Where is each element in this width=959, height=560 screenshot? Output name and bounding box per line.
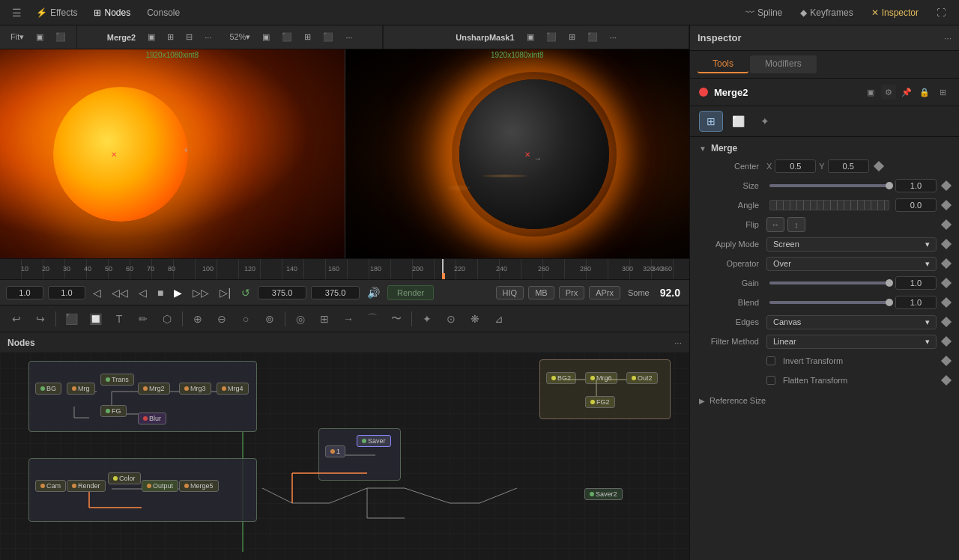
size-slider-thumb[interactable] (886, 182, 893, 189)
sound-button[interactable]: 🔊 (364, 285, 383, 300)
curve-tool[interactable]: ⌒ (362, 308, 383, 329)
playback-field1[interactable] (6, 286, 43, 299)
center-x-input[interactable] (775, 159, 816, 173)
redo-tool[interactable]: ↪ (30, 308, 51, 329)
nodes-more[interactable]: ··· (674, 338, 682, 348)
node-item-1e[interactable]: Mrg3 (179, 383, 211, 395)
play-button[interactable]: ▶ (171, 285, 185, 300)
icon-tab-settings[interactable]: ⬜ (726, 111, 750, 132)
warp-tool[interactable]: ◎ (290, 308, 311, 329)
polygon-tool[interactable]: ⬡ (157, 308, 178, 329)
viewer-left-icon9[interactable]: ⬛ (318, 31, 338, 43)
fast-fwd-button[interactable]: ▷▷ (190, 285, 212, 300)
nodes-canvas[interactable]: BG Mrg Trans Mrg2 (0, 353, 689, 560)
node-item-br3[interactable]: Out2 (626, 372, 658, 384)
crop-tool[interactable]: 🔲 (85, 308, 106, 329)
extra-tool[interactable]: ⊿ (488, 308, 509, 329)
node-item-br4[interactable]: FG2 (585, 396, 615, 408)
tab-modifiers[interactable]: Modifiers (750, 55, 817, 73)
node-item-2a[interactable]: Cam (35, 480, 66, 492)
circle-tool[interactable]: ○ (235, 308, 256, 329)
step-back-button[interactable]: ◁ (136, 285, 150, 300)
text-tool[interactable]: T (109, 308, 130, 329)
loop-button[interactable]: ↺ (238, 285, 253, 300)
angle-slider[interactable] (769, 200, 889, 210)
viewer-left-icon6[interactable]: ▣ (258, 31, 274, 43)
size-keyframe-diamond[interactable] (941, 180, 952, 191)
select-tool[interactable]: ⬛ (61, 308, 82, 329)
aprx-button[interactable]: APrx (589, 286, 620, 299)
edges-diamond[interactable] (941, 317, 952, 327)
node-extra-icon[interactable]: ⊞ (935, 85, 950, 100)
viewer-right-icon4[interactable]: ⬛ (583, 31, 602, 43)
viewer-left-icon8[interactable]: ⊞ (300, 31, 315, 43)
filter-method-diamond[interactable] (941, 336, 952, 347)
node-item-1b[interactable]: Mrg (67, 383, 95, 395)
node-item-cb[interactable]: Saver (357, 435, 391, 447)
node-item-1a[interactable]: BG (35, 383, 61, 395)
inspector-more[interactable]: ··· (944, 33, 952, 43)
arrow-tool[interactable]: → (338, 308, 359, 329)
fast-prev-button[interactable]: ◁◁ (109, 285, 131, 300)
blend-diamond[interactable] (941, 297, 952, 308)
apply-mode-dropdown[interactable]: Screen ▾ (766, 237, 937, 252)
undo-tool[interactable]: ↩ (6, 308, 27, 329)
node-item-br1[interactable]: BG2 (546, 372, 576, 384)
timeline-track[interactable]: 10 20 30 40 50 60 70 80 100 120 140 160 … (0, 259, 689, 279)
edges-dropdown[interactable]: Canvas ▾ (766, 315, 937, 329)
viewer-right-icon1[interactable]: ▣ (522, 31, 539, 43)
grid-tool[interactable]: ⊞ (314, 308, 335, 329)
wave-tool[interactable]: 〜 (386, 308, 407, 329)
current-frame-field[interactable] (258, 286, 306, 299)
inspector-button[interactable]: ✕ Inspector (864, 4, 926, 21)
end-button[interactable]: ▷| (217, 285, 234, 300)
blend-input[interactable] (895, 296, 937, 309)
center-y-input[interactable] (828, 159, 869, 173)
viewer-left-icon4[interactable]: ⊞ (163, 31, 178, 43)
end-frame-field[interactable] (311, 286, 360, 299)
spline-button[interactable]: 〰 Spline (738, 4, 790, 21)
viewer-left-icon5[interactable]: ⊟ (181, 31, 197, 43)
blend-slider-thumb[interactable] (886, 299, 893, 306)
filter-method-dropdown[interactable]: Linear ▾ (766, 335, 937, 349)
flip-v-button[interactable]: ↕ (787, 217, 805, 232)
gain-diamond[interactable] (941, 278, 952, 288)
node-tool[interactable]: ⊙ (441, 308, 462, 329)
apply-mode-diamond[interactable] (941, 239, 952, 249)
viewer-right-node-name[interactable]: UnsharpMask1 (451, 31, 518, 43)
node-item-2d[interactable]: Output (142, 480, 178, 492)
viewer-zoom[interactable]: 52%▾ (225, 31, 255, 43)
viewer-left-icon3[interactable]: ▣ (143, 31, 160, 43)
particle-tool[interactable]: ✦ (417, 308, 438, 329)
flip-keyframe-diamond[interactable] (941, 219, 952, 230)
prev-frame-button[interactable]: ◁ (90, 285, 104, 300)
blend-slider[interactable] (769, 301, 889, 304)
node-item-br2[interactable]: Mrg6 (585, 372, 617, 384)
menu-icon[interactable]: ☰ (6, 2, 27, 23)
node-item-1f[interactable]: Mrg4 (217, 383, 249, 395)
viewer-left-more[interactable]: ··· (200, 31, 216, 43)
hiq-button[interactable]: HIQ (496, 286, 524, 299)
node-settings-icon[interactable]: ⚙ (881, 85, 896, 100)
keyframes-button[interactable]: ◆ Keyframes (793, 4, 860, 21)
stop-button[interactable]: ■ (154, 285, 166, 300)
gain-slider-thumb[interactable] (886, 279, 893, 287)
viewer-right-more[interactable]: ··· (605, 31, 621, 43)
node-item-ca[interactable]: 1 (325, 445, 345, 457)
node-item-1d[interactable]: Mrg2 (138, 383, 170, 395)
icon-tab-star[interactable]: ✦ (753, 111, 777, 132)
add-tool[interactable]: ⊕ (187, 308, 208, 329)
cluster-tool[interactable]: ❋ (465, 308, 485, 329)
icon-tab-merge[interactable]: ⊞ (699, 111, 723, 132)
node-item-2b[interactable]: Render (67, 480, 106, 492)
node-item-2e[interactable]: Merge5 (179, 480, 219, 492)
viewer-left-node-name[interactable]: Merge2 (103, 31, 141, 43)
node-view-icon[interactable]: ▣ (863, 85, 878, 100)
timeline-bar[interactable]: 10 20 30 40 50 60 70 80 100 120 140 160 … (0, 259, 689, 280)
operator-dropdown[interactable]: Over ▾ (766, 257, 937, 271)
tab-console[interactable]: Console (139, 4, 187, 21)
gain-slider[interactable] (769, 281, 889, 284)
node-item-1h[interactable]: Blur (138, 413, 166, 424)
subtract-tool[interactable]: ⊖ (211, 308, 232, 329)
viewer-right-icon3[interactable]: ⊞ (564, 31, 580, 43)
